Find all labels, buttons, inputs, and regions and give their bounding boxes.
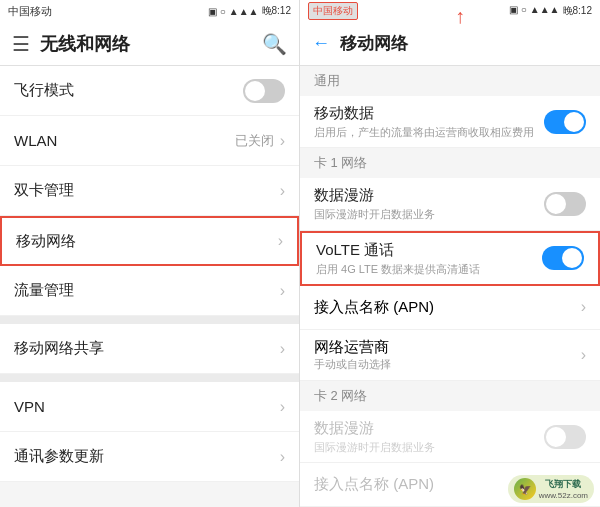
right-content: 通用 移动数据 启用后，产生的流量将由运营商收取相应费用 卡 1 网络 数据漫游… xyxy=(300,66,600,507)
mobile-data-content: 移动数据 启用后，产生的流量将由运营商收取相应费用 xyxy=(314,104,544,139)
left-title-bar: ☰ 无线和网络 🔍 xyxy=(0,22,299,66)
right-status-bar: 中国移动 ▣ ○ ▲▲▲ 晚8:12 xyxy=(300,0,600,22)
data-roaming2-title: 数据漫游 xyxy=(314,419,544,438)
traffic-label: 流量管理 xyxy=(14,281,280,300)
hotspot-item[interactable]: 移动网络共享 › xyxy=(0,324,299,374)
mobile-data-item[interactable]: 移动数据 启用后，产生的流量将由运营商收取相应费用 xyxy=(300,96,600,148)
dual-sim-item[interactable]: 双卡管理 › xyxy=(0,166,299,216)
mobile-data-toggle[interactable] xyxy=(544,110,586,134)
apn-item[interactable]: 接入点名称 (APN) › xyxy=(300,286,600,330)
data-roaming-content: 数据漫游 国际漫游时开启数据业务 xyxy=(314,186,544,221)
traffic-item[interactable]: 流量管理 › xyxy=(0,266,299,316)
red-arrow-annotation: ↑ xyxy=(455,5,465,28)
right-title-bar: ← 移动网络 xyxy=(300,22,600,66)
carrier-item[interactable]: 网络运营商 手动或自动选择 › xyxy=(300,330,600,381)
data-roaming-toggle[interactable] xyxy=(544,192,586,216)
data-roaming2-subtitle: 国际漫游时开启数据业务 xyxy=(314,440,544,454)
airplane-mode-item[interactable]: 飞行模式 xyxy=(0,66,299,116)
left-page-title: 无线和网络 xyxy=(40,32,252,56)
watermark-url: www.52z.com xyxy=(539,491,588,500)
section-header-sim1: 卡 1 网络 xyxy=(300,148,600,178)
wlan-value: 已关闭 xyxy=(235,132,274,150)
section-header-sim2: 卡 2 网络 xyxy=(300,381,600,411)
right-carrier-badge: 中国移动 xyxy=(308,2,358,20)
volte-content: VoLTE 通话 启用 4G LTE 数据来提供高清通话 xyxy=(316,241,542,276)
mobile-data-knob xyxy=(564,112,584,132)
left-menu-list: 飞行模式 WLAN 已关闭 › 双卡管理 › 移动网络 › 流量管理 › xyxy=(0,66,299,507)
data-roaming2-knob xyxy=(546,427,566,447)
hamburger-icon[interactable]: ☰ xyxy=(12,32,30,56)
left-carrier: 中国移动 xyxy=(8,4,52,19)
data-roaming-item[interactable]: 数据漫游 国际漫游时开启数据业务 xyxy=(300,178,600,230)
left-divider xyxy=(0,316,299,324)
section-header-sim2-label: 卡 2 网络 xyxy=(314,387,367,405)
data-roaming2-toggle xyxy=(544,425,586,449)
dual-sim-arrow-icon: › xyxy=(280,182,285,200)
comm-update-item[interactable]: 通讯参数更新 › xyxy=(0,432,299,482)
vpn-item[interactable]: VPN › xyxy=(0,382,299,432)
dual-sim-label: 双卡管理 xyxy=(14,181,280,200)
wlan-item[interactable]: WLAN 已关闭 › xyxy=(0,116,299,166)
left-status-bar: 中国移动 ▣ ○ ▲▲▲ 晚8:12 xyxy=(0,0,299,22)
volte-knob xyxy=(562,248,582,268)
mobile-network-arrow-icon: › xyxy=(278,232,283,250)
volte-title: VoLTE 通话 xyxy=(316,241,542,260)
right-page-title: 移动网络 xyxy=(340,32,408,55)
back-button[interactable]: ← xyxy=(312,33,330,54)
search-icon[interactable]: 🔍 xyxy=(262,32,287,56)
left-phone-panel: 中国移动 ▣ ○ ▲▲▲ 晚8:12 ☰ 无线和网络 🔍 飞行模式 WLAN 已… xyxy=(0,0,300,507)
volte-toggle[interactable] xyxy=(542,246,584,270)
volte-item[interactable]: VoLTE 通话 启用 4G LTE 数据来提供高清通话 xyxy=(300,231,600,286)
comm-update-arrow-icon: › xyxy=(280,448,285,466)
watermark: 🦅 飞翔下载 www.52z.com xyxy=(508,475,594,503)
vpn-arrow-icon: › xyxy=(280,398,285,416)
data-roaming-subtitle: 国际漫游时开启数据业务 xyxy=(314,207,544,221)
airplane-mode-toggle[interactable] xyxy=(243,79,285,103)
apn-label: 接入点名称 (APN) xyxy=(314,298,581,317)
data-roaming2-item[interactable]: 数据漫游 国际漫游时开启数据业务 xyxy=(300,411,600,463)
left-divider2 xyxy=(0,374,299,382)
hotspot-label: 移动网络共享 xyxy=(14,339,280,358)
right-status-icons: ▣ ○ ▲▲▲ 晚8:12 xyxy=(509,4,592,18)
traffic-arrow-icon: › xyxy=(280,282,285,300)
carrier-subtitle: 手动或自动选择 xyxy=(314,357,581,372)
mobile-data-subtitle: 启用后，产生的流量将由运营商收取相应费用 xyxy=(314,125,544,139)
comm-update-label: 通讯参数更新 xyxy=(14,447,280,466)
section-header-general: 通用 xyxy=(300,66,600,96)
data-roaming-knob xyxy=(546,194,566,214)
data-roaming2-content: 数据漫游 国际漫游时开启数据业务 xyxy=(314,419,544,454)
apn-arrow-icon: › xyxy=(581,298,586,316)
watermark-logo: 🦅 xyxy=(514,478,536,500)
airplane-toggle-knob xyxy=(245,81,265,101)
carrier-content: 网络运营商 手动或自动选择 xyxy=(314,338,581,372)
watermark-brand: 飞翔下载 xyxy=(539,478,588,491)
wlan-label: WLAN xyxy=(14,132,235,149)
airplane-mode-label: 飞行模式 xyxy=(14,81,243,100)
carrier-label: 网络运营商 xyxy=(314,338,581,357)
mobile-network-item[interactable]: 移动网络 › xyxy=(0,216,299,266)
mobile-network-label: 移动网络 xyxy=(16,232,278,251)
wlan-arrow-icon: › xyxy=(280,132,285,150)
carrier-arrow-icon: › xyxy=(581,346,586,364)
hotspot-arrow-icon: › xyxy=(280,340,285,358)
left-status-icons: ▣ ○ ▲▲▲ 晚8:12 xyxy=(208,4,291,18)
right-phone-panel: 中国移动 ▣ ○ ▲▲▲ 晚8:12 ↑ ← 移动网络 通用 移动数据 启用后，… xyxy=(300,0,600,507)
section-header-sim1-label: 卡 1 网络 xyxy=(314,154,367,172)
section-header-general-label: 通用 xyxy=(314,72,340,90)
data-roaming-title: 数据漫游 xyxy=(314,186,544,205)
vpn-label: VPN xyxy=(14,398,280,415)
volte-subtitle: 启用 4G LTE 数据来提供高清通话 xyxy=(316,262,542,276)
mobile-data-title: 移动数据 xyxy=(314,104,544,123)
